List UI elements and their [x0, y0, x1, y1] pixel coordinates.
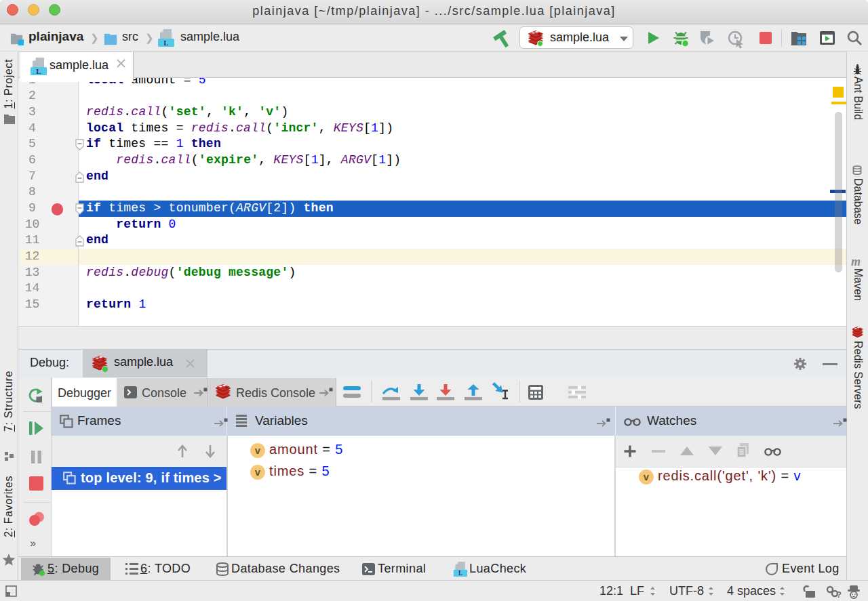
- svg-text:?: ?: [836, 589, 842, 600]
- svg-text:L: L: [163, 39, 168, 47]
- svg-text:L: L: [36, 67, 41, 75]
- svg-text:L: L: [458, 570, 462, 577]
